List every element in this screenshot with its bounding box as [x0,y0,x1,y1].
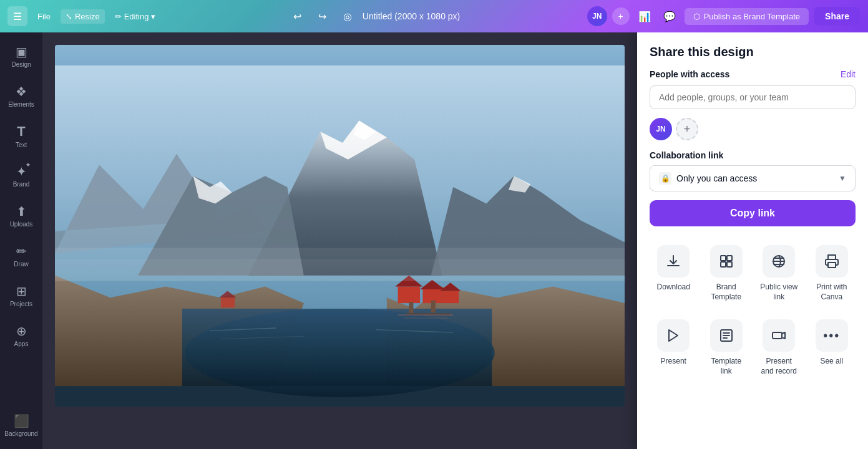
sidebar-item-label: Brand [13,181,30,188]
canvas-area [42,32,637,449]
svg-rect-18 [442,291,459,304]
action-present-record-label: Present and record [759,357,799,376]
action-brand-template-label: Brand Template [706,282,747,302]
sidebar-item-design[interactable]: ▣ Design [4,37,39,75]
action-download[interactable]: Download [650,239,698,308]
action-grid: Download Brand Template [650,239,856,308]
add-user-button[interactable]: + [676,118,698,140]
share-button[interactable]: Share [814,7,861,26]
svg-rect-23 [221,297,235,307]
action-brand-template[interactable]: Brand Template [703,239,751,308]
brand-star-badge: ★ [26,162,31,168]
collab-dropdown[interactable]: 🔒 Only you can access ▼ [650,165,856,191]
add-collaborator-button[interactable]: + [612,7,630,25]
download-icon [657,245,690,278]
sidebar-item-label: Projects [10,301,32,307]
design-title: Untitled (2000 x 1080 px) [363,11,460,21]
action-print-label: Print with Canva [812,282,852,302]
svg-rect-26 [403,317,447,319]
sidebar-item-brand[interactable]: ✦ ★ Brand [4,157,39,195]
elements-icon: ❖ [16,84,27,99]
people-access-label: People with access [650,69,729,79]
action-see-all-label: See all [820,357,843,367]
action-print[interactable]: Print with Canva [808,239,856,308]
sidebar-item-label: Background [4,430,37,437]
action-present-record[interactable]: Present and record [755,313,803,382]
sidebar-item-background[interactable]: ⬛ Background [4,407,39,444]
sidebar-item-draw[interactable]: ✏ Draw [4,237,39,274]
background-icon: ⬛ [14,413,29,428]
edit-pencil-icon: ✏ [115,12,122,21]
analytics-button[interactable]: 📊 [635,6,655,26]
svg-rect-14 [398,287,420,304]
sidebar-item-elements[interactable]: ❖ Elements [4,77,39,115]
svg-rect-37 [828,263,836,268]
people-access-row: People with access Edit [650,69,856,79]
collab-chevron-icon: ▼ [839,174,846,183]
sidebar-item-label: Design [11,61,31,68]
action-public-view-link[interactable]: Public view link [755,239,803,308]
sidebar-item-projects[interactable]: ⊞ Projects [4,277,39,314]
comment-button[interactable]: 💬 [660,6,680,26]
topbar: ☰ File ⤡ Resize ✏ Editing ▾ ↩ ↪ ◎ Untitl… [0,0,868,32]
file-menu[interactable]: File [32,9,56,24]
analytics-icon: 📊 [638,11,651,22]
action-download-label: Download [657,282,690,292]
svg-rect-21 [431,301,436,313]
collab-dropdown-left: 🔒 Only you can access [659,172,757,185]
projects-icon: ⊞ [16,284,27,299]
apps-icon: ⊕ [16,324,27,339]
copy-link-button[interactable]: Copy link [650,200,856,226]
menu-icon: ☰ [13,11,22,22]
share-panel-title: Share this design [650,45,856,59]
sidebar-item-label: Elements [8,101,34,108]
print-icon [816,245,848,278]
uploads-icon: ⬆ [16,204,27,219]
resize-button[interactable]: ⤡ Resize [61,9,105,24]
collab-link-label: Collaboration link [650,150,856,160]
svg-rect-34 [721,262,726,267]
template-link-icon [710,319,743,352]
canvas [55,45,625,407]
sidebar-item-text[interactable]: T Text [4,117,39,155]
sidebar-item-apps[interactable]: ⊕ Apps [4,317,39,354]
lock-icon: 🔒 [659,172,671,185]
text-icon: T [17,123,25,140]
action-present[interactable]: Present [650,313,698,382]
action-grid-2: Present Template link [650,313,856,382]
avatar[interactable]: JN [587,6,607,26]
see-all-icon: ••• [816,319,848,352]
magic-button[interactable]: ◎ [338,6,358,26]
topbar-center: ↩ ↪ ◎ Untitled (2000 x 1080 px) [165,6,582,26]
add-people-input[interactable] [650,85,856,109]
svg-marker-38 [669,330,678,341]
topbar-left: ☰ File ⤡ Resize ✏ Editing ▾ [7,6,160,26]
action-present-label: Present [661,357,686,367]
public-view-link-icon [763,245,795,278]
share-panel: Share this design People with access Edi… [637,32,868,449]
sidebar-item-label: Draw [14,261,28,268]
editing-button[interactable]: ✏ Editing ▾ [110,9,161,24]
user-avatar: JN [650,118,672,140]
undo-button[interactable]: ↩ [288,6,308,26]
publish-button[interactable]: ⬡ Publish as Brand Template [685,8,809,25]
svg-rect-13 [182,309,492,386]
menu-button[interactable]: ☰ [7,6,27,26]
present-record-icon [763,319,795,352]
action-see-all[interactable]: ••• See all [808,313,856,382]
action-template-link[interactable]: Template link [703,313,751,382]
topbar-right: JN + 📊 💬 ⬡ Publish as Brand Template Sha… [587,6,861,26]
brand-icon: ✦ ★ [16,164,27,179]
svg-rect-28 [55,259,625,281]
svg-marker-44 [782,332,785,339]
svg-rect-20 [409,302,413,313]
resize-icon: ⤡ [66,12,72,21]
sidebar-item-label: Apps [14,340,29,347]
collab-access-text: Only you can access [676,173,757,183]
publish-icon: ⬡ [693,12,700,21]
sidebar-item-uploads[interactable]: ⬆ Uploads [4,197,39,234]
edit-access-link[interactable]: Edit [841,69,856,79]
svg-rect-25 [398,314,454,316]
draw-icon: ✏ [16,244,27,259]
redo-button[interactable]: ↪ [313,6,333,26]
